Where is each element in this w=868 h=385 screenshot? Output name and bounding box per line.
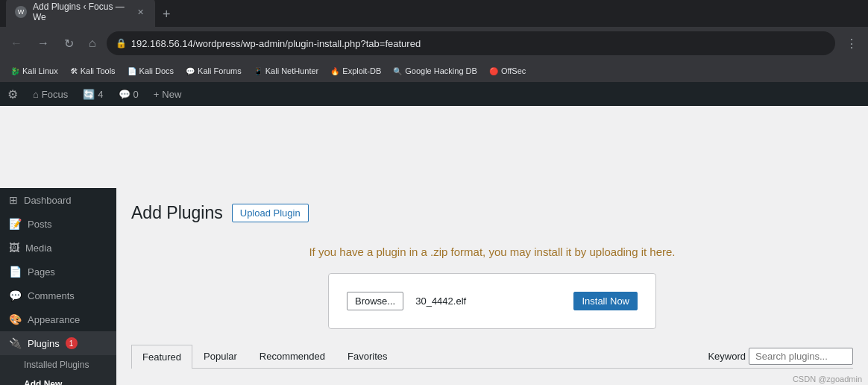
tabs-bar: Featured Popular Recommended Favorites K… [131,344,853,369]
sidebar-item-appearance[interactable]: 🎨 Appearance [0,307,116,331]
comments-nav-icon: 💬 [9,289,22,301]
wp-topbar: ⚙ ⌂ Focus 🔄 4 💬 0 + New [0,82,868,106]
install-now-button[interactable]: Install Now [573,292,638,310]
pages-icon: 📄 [9,266,22,278]
new-tab-button[interactable]: + [155,2,178,27]
bookmark-kali-forums[interactable]: 💬 Kali Forums [181,65,246,77]
tab-favorites[interactable]: Favorites [336,344,398,368]
active-browser-tab[interactable]: W Add Plugins ‹ Focus — We ✕ [6,0,155,27]
bookmark-kali-linux[interactable]: 🐉 Kali Linux [6,65,63,77]
forward-button[interactable]: → [33,34,54,53]
upload-box: Browse... 30_4442.elf Install Now [328,273,656,329]
tab-popular[interactable]: Popular [192,344,248,368]
plugins-badge: 1 [66,337,78,349]
file-name-label: 30_4442.elf [415,295,562,307]
appearance-icon: 🎨 [9,313,22,325]
page-header: Add Plugins Upload Plugin [131,203,853,223]
back-button[interactable]: ← [6,34,27,53]
security-icon: 🔒 [116,38,127,48]
sidebar-submenu-add-new[interactable]: Add New [0,375,116,385]
wp-logo-icon: ⚙ [7,87,18,101]
updates-icon: 🔄 [83,89,95,100]
address-bar[interactable]: 🔒 192.168.56.14/wordpress/wp-admin/plugi… [107,31,835,55]
plus-icon: + [154,89,160,100]
wp-logo-item[interactable]: ⚙ [0,82,25,106]
plugins-icon: 🔌 [9,337,22,349]
bookmark-google-hacking[interactable]: 🔍 Google Hacking DB [389,65,482,77]
keyword-search-input[interactable] [749,348,853,365]
browser-toolbar: ← → ↻ ⌂ 🔒 192.168.56.14/wordpress/wp-adm… [0,27,868,60]
bookmark-offsec[interactable]: 🔴 OffSec [485,65,530,77]
bookmark-kali-tools[interactable]: 🛠 Kali Tools [66,65,120,77]
sidebar-item-plugins[interactable]: 🔌 Plugins 1 [0,331,116,355]
sidebar-item-posts[interactable]: 📝 Posts [0,212,116,236]
sidebar-submenu-installed-plugins[interactable]: Installed Plugins [0,355,116,375]
wp-updates[interactable]: 🔄 4 [75,82,110,106]
keyword-search-area: Keyword [708,348,853,365]
plugins-submenu: Installed Plugins Add New Plugin Editor [0,355,116,385]
refresh-button[interactable]: ↻ [60,34,78,54]
url-text: 192.168.56.14/wordpress/wp-admin/plugin-… [131,38,826,49]
browse-button[interactable]: Browse... [347,292,403,310]
comments-icon: 💬 [119,89,130,100]
browser-tabs-bar: W Add Plugins ‹ Focus — We ✕ + [0,0,868,27]
wp-new[interactable]: + New [146,82,189,106]
sidebar-item-pages[interactable]: 📄 Pages [0,260,116,284]
wp-comments[interactable]: 💬 0 [111,82,146,106]
wp-sidebar: ⊞ Dashboard 📝 Posts 🖼 Media 📄 Pages 💬 Co… [0,188,116,385]
sidebar-item-media[interactable]: 🖼 Media [0,236,116,260]
media-icon: 🖼 [9,242,19,254]
tab-recommended[interactable]: Recommended [248,344,336,368]
tab-close-button[interactable]: ✕ [136,6,146,18]
dashboard-icon: ⊞ [9,194,18,206]
extensions-button[interactable]: ⋮ [841,34,862,54]
bookmark-kali-nethunter[interactable]: 📱 Kali NetHunter [249,65,324,77]
wp-home-icon: ⌂ [33,89,39,100]
home-button[interactable]: ⌂ [84,34,101,53]
upload-plugin-button[interactable]: Upload Plugin [232,204,309,222]
tab-title: Add Plugins ‹ Focus — We [33,1,130,22]
upload-info-text: If you have a plugin in a .zip format, y… [131,245,853,258]
watermark-text: CSDN @zgoadmin [793,375,862,384]
wp-site-name[interactable]: ⌂ Focus [25,82,75,106]
keyword-label: Keyword [708,351,746,362]
tab-featured[interactable]: Featured [131,345,192,369]
tab-favicon: W [15,6,27,18]
sidebar-item-comments[interactable]: 💬 Comments [0,284,116,307]
page-title: Add Plugins [131,203,223,223]
posts-icon: 📝 [9,218,22,230]
bookmark-kali-docs[interactable]: 📄 Kali Docs [123,65,178,77]
bookmark-exploit-db[interactable]: 🔥 Exploit-DB [326,65,386,77]
browser-window: W Add Plugins ‹ Focus — We ✕ + ← → ↻ ⌂ 🔒… [0,0,868,82]
bookmarks-bar: 🐉 Kali Linux 🛠 Kali Tools 📄 Kali Docs 💬 … [0,60,868,82]
wp-main-content: Add Plugins Upload Plugin If you have a … [116,188,868,385]
sidebar-item-dashboard[interactable]: ⊞ Dashboard [0,188,116,212]
wp-layout: ⊞ Dashboard 📝 Posts 🖼 Media 📄 Pages 💬 Co… [0,188,868,385]
